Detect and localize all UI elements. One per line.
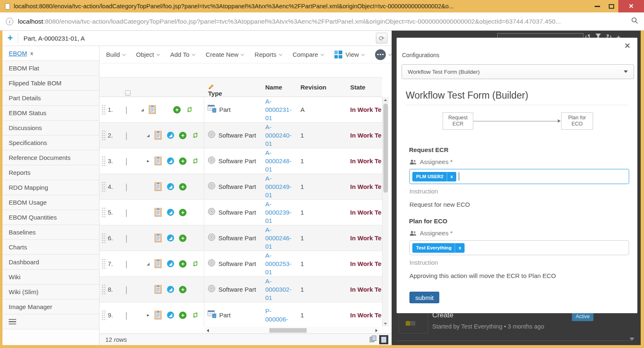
add-action-icon[interactable]: + <box>177 209 189 216</box>
sidebar-item-ebom-status[interactable]: EBOM Status <box>2 106 99 121</box>
sidebar-item-flipped-table-bom[interactable]: Flipped Table BOM <box>2 76 99 91</box>
row-checkbox[interactable] <box>126 235 127 243</box>
name-link[interactable]: A-0000302-01 <box>265 277 293 302</box>
drag-handle-icon[interactable] <box>102 104 106 116</box>
close-icon[interactable]: ✕ <box>624 42 631 50</box>
remove-chip-icon[interactable]: x <box>447 172 456 181</box>
globe-action-icon[interactable] <box>164 183 177 191</box>
name-link[interactable]: A-0000239-01 <box>265 200 293 225</box>
close-button[interactable]: ✕ <box>618 0 644 12</box>
url-field[interactable]: localhost:8080/enovia/tvc-action/loadCat… <box>18 18 628 25</box>
drag-handle-icon[interactable] <box>102 259 106 270</box>
clipboard-icon[interactable] <box>152 259 164 268</box>
minimize-button[interactable] <box>590 0 604 12</box>
replace-action-icon[interactable] <box>189 312 201 319</box>
add-action-icon[interactable]: + <box>171 106 183 114</box>
add-action-icon[interactable]: + <box>177 286 189 293</box>
sidebar-active-label[interactable]: EBOM <box>9 50 27 57</box>
add-action-icon[interactable]: + <box>177 183 189 191</box>
row-checkbox[interactable] <box>126 210 127 217</box>
name-link[interactable]: A-0000248-01 <box>265 149 293 174</box>
toolbar-menu-build[interactable]: Build <box>106 51 125 58</box>
name-link[interactable]: A-0000240-01 <box>265 123 293 148</box>
globe-action-icon[interactable] <box>164 157 177 165</box>
globe-action-icon[interactable] <box>164 208 177 216</box>
vertical-scrollbar[interactable] <box>382 97 389 327</box>
assignees-input[interactable]: PLM USER2x <box>409 169 629 184</box>
expand-toggle-icon[interactable]: ▸ <box>145 312 152 318</box>
scroll-down-icon[interactable] <box>629 338 634 341</box>
row-checkbox[interactable] <box>126 107 127 114</box>
sidebar-item-ebom-quantities[interactable]: EBOM Quantities <box>2 210 99 225</box>
sidebar-item-charts[interactable]: Charts <box>2 240 99 255</box>
view-menu[interactable]: View <box>334 51 364 58</box>
clipboard-icon[interactable] <box>152 311 164 319</box>
edit-pencil-icon[interactable] <box>208 84 214 90</box>
name-link[interactable]: A-0000249-01 <box>265 174 293 199</box>
remove-chip-icon[interactable]: x <box>455 243 464 253</box>
replace-action-icon[interactable] <box>189 157 201 164</box>
scroll-up-icon[interactable] <box>384 99 387 101</box>
replace-action-icon[interactable] <box>189 260 201 267</box>
clipboard-icon[interactable] <box>152 157 164 165</box>
sidebar-item-dashboard[interactable]: Dashboard <box>2 255 99 270</box>
sidebar-item-reports[interactable]: Reports <box>2 165 99 180</box>
sidebar-item-part-details[interactable]: Part Details <box>2 91 99 106</box>
refresh-button[interactable]: ⟳ <box>376 33 387 44</box>
clipboard-icon[interactable] <box>152 182 164 191</box>
submit-button[interactable]: submit <box>409 292 439 303</box>
more-menu[interactable] <box>375 49 391 60</box>
sidebar-item-specifications[interactable]: Specifications <box>2 135 99 150</box>
configuration-select[interactable]: Workflow Test Form (Builder) <box>402 64 634 79</box>
maximize-panel-icon[interactable] <box>379 335 388 344</box>
column-header-state[interactable]: State <box>350 84 366 91</box>
toolbar-menu-reports[interactable]: Reports <box>254 51 282 58</box>
column-header-type[interactable]: Type <box>208 90 222 97</box>
row-checkbox[interactable] <box>126 261 127 268</box>
replace-action-icon[interactable] <box>183 106 196 113</box>
info-icon[interactable]: i <box>6 18 13 25</box>
toolbar-menu-add-to[interactable]: Add To <box>170 51 195 58</box>
expand-toggle-icon[interactable]: ▸ <box>145 158 152 164</box>
sidebar-item-discussions[interactable]: Discussions <box>2 121 99 135</box>
row-checkbox[interactable] <box>126 184 127 191</box>
sidebar-item-ebom-flat[interactable]: EBOM Flat <box>2 61 99 76</box>
globe-action-icon[interactable] <box>164 285 177 293</box>
name-link[interactable]: A-0000231-01 <box>265 97 293 122</box>
column-header-revision[interactable]: Revision <box>300 84 327 91</box>
drag-handle-icon[interactable] <box>102 156 106 167</box>
expand-toggle-icon[interactable]: ◢ <box>145 133 152 138</box>
row-checkbox[interactable] <box>126 287 127 294</box>
restore-panel-icon[interactable] <box>369 336 377 343</box>
globe-action-icon[interactable] <box>164 311 177 319</box>
sidebar-item-baselines[interactable]: Baselines <box>2 225 99 240</box>
row-checkbox[interactable] <box>126 158 127 166</box>
clipboard-icon[interactable] <box>152 234 164 242</box>
add-action-icon[interactable]: + <box>177 312 189 319</box>
add-action-icon[interactable]: + <box>177 157 189 165</box>
drag-handle-icon[interactable] <box>102 310 106 321</box>
name-link[interactable]: A-0000253-01 <box>265 251 293 276</box>
drag-handle-icon[interactable] <box>102 284 106 295</box>
name-link[interactable]: P-000006- <box>265 307 293 324</box>
maximize-button[interactable] <box>604 0 618 12</box>
scrollbar-thumb[interactable] <box>269 328 307 333</box>
close-tab-icon[interactable]: x <box>30 51 33 56</box>
sidebar-item-wiki[interactable]: Wiki <box>2 270 99 285</box>
search-icon[interactable] <box>631 17 638 26</box>
add-action-icon[interactable]: + <box>177 234 189 242</box>
scroll-right-icon[interactable] <box>375 329 378 332</box>
horizontal-scrollbar[interactable] <box>205 327 379 334</box>
toolbar-menu-object[interactable]: Object <box>136 51 159 58</box>
replace-action-icon[interactable] <box>189 132 201 139</box>
workflow-node-request-ecr[interactable]: Request ECR <box>443 112 473 130</box>
drag-handle-icon[interactable] <box>102 233 106 244</box>
toolbar-menu-compare[interactable]: Compare <box>293 51 324 58</box>
scroll-left-icon[interactable] <box>207 329 209 332</box>
drag-handle-icon[interactable] <box>102 181 106 193</box>
drag-handle-icon[interactable] <box>102 207 106 218</box>
add-action-icon[interactable]: + <box>177 132 189 139</box>
expand-toggle-icon[interactable]: ◢ <box>139 108 146 112</box>
clipboard-icon[interactable] <box>152 285 164 294</box>
sidebar-item-ebom-usage[interactable]: EBOM Usage <box>2 195 99 210</box>
